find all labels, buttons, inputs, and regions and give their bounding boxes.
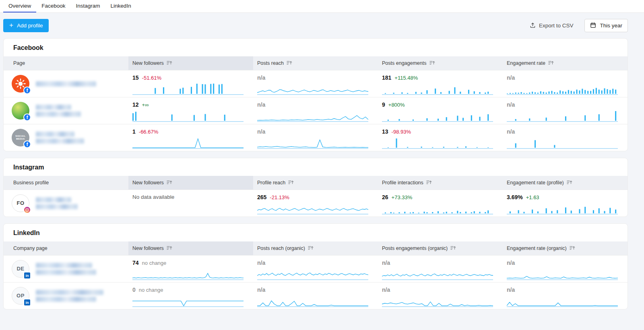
profile-cell: OP in xyxy=(4,283,128,309)
add-profile-button[interactable]: + Add profile xyxy=(3,19,49,32)
sort-icon xyxy=(567,180,572,186)
sparkline-chart xyxy=(257,295,368,307)
column-header-posts-reach[interactable]: Posts reach xyxy=(253,56,378,70)
tab-overview[interactable]: Overview xyxy=(3,0,36,12)
section-title: Facebook xyxy=(4,39,627,56)
profile-cell: f xyxy=(4,97,128,124)
profile-cell: f xyxy=(4,70,128,97)
metric-cell: n/a xyxy=(253,283,378,309)
column-header-posts-engagements-organic[interactable]: Posts engagements (organic) xyxy=(378,241,503,255)
network-badge-icon xyxy=(23,206,31,214)
profile-name-redacted xyxy=(36,132,84,144)
metric-value: 181 xyxy=(382,74,391,81)
metric-value: n/a xyxy=(507,260,515,266)
metric-cell: 265-21.13% xyxy=(253,190,378,217)
tab-label: Facebook xyxy=(41,3,65,9)
column-header-engagement-rate[interactable]: Engagement rate xyxy=(503,56,627,70)
column-header-new-followers[interactable]: New followers xyxy=(128,56,253,70)
sparkline-chart xyxy=(382,202,493,214)
sort-icon xyxy=(308,245,314,252)
tab-bar: Overview Facebook Instagram LinkedIn xyxy=(0,0,644,13)
profile-avatar: DE in xyxy=(12,260,29,278)
column-header-profile-reach[interactable]: Profile reach xyxy=(253,176,378,190)
column-header-new-followers[interactable]: New followers xyxy=(128,241,253,255)
profile-name-redacted xyxy=(36,290,103,302)
table-row[interactable]: f 12+∞ n/a 9+800% n/a xyxy=(4,97,627,124)
sort-icon xyxy=(548,60,554,66)
metric-value: n/a xyxy=(257,74,265,81)
table-row[interactable]: FO No data available 265-21.13% 26+73.33… xyxy=(4,190,627,217)
metric-cell: 15-51.61% xyxy=(128,70,253,97)
tab-label: Instagram xyxy=(76,3,100,9)
tab-facebook[interactable]: Facebook xyxy=(36,0,70,12)
profile-name-redacted xyxy=(36,263,96,275)
linkedin-section: LinkedIn Company page New followers Post… xyxy=(3,223,628,309)
sparkline-chart xyxy=(257,110,368,122)
sparkline-chart xyxy=(382,295,493,307)
sparkline-chart xyxy=(507,268,618,280)
metric-value: n/a xyxy=(257,128,265,135)
period-selector-button[interactable]: This year xyxy=(584,19,628,32)
metric-cell: n/a xyxy=(503,256,627,282)
column-header-engagement-rate-profile[interactable]: Engagement rate (profile) xyxy=(503,176,627,190)
metric-cell: n/a xyxy=(253,97,378,124)
table-row[interactable]: DE in 74no change n/a n/a n/a xyxy=(4,255,627,282)
column-header-posts-reach-organic[interactable]: Posts reach (organic) xyxy=(253,241,378,255)
sparkline-chart xyxy=(507,202,618,214)
section-title: Instagram xyxy=(4,158,627,176)
sort-icon xyxy=(167,245,172,252)
metric-delta: +73.33% xyxy=(392,194,413,200)
sort-icon xyxy=(287,60,292,66)
sort-icon xyxy=(167,60,172,66)
add-profile-label: Add profile xyxy=(17,23,43,29)
sort-icon xyxy=(288,180,294,186)
table-row[interactable]: OP in 0no change n/a n/a n/a xyxy=(4,282,627,309)
metric-delta: +115.48% xyxy=(394,75,418,81)
metric-cell: n/a xyxy=(378,283,503,309)
sparkline-chart xyxy=(257,83,368,95)
profile-name-redacted xyxy=(36,197,78,209)
section-title: LinkedIn xyxy=(4,224,627,241)
column-header-posts-engagements[interactable]: Posts engagements xyxy=(378,56,503,70)
network-badge-icon: in xyxy=(23,272,31,279)
metric-delta: -66.67% xyxy=(139,129,158,135)
toolbar: + Add profile Export to CSV This year xyxy=(3,19,628,32)
tab-linkedin[interactable]: LinkedIn xyxy=(105,0,136,12)
metric-value: No data available xyxy=(132,194,174,200)
column-header-new-followers[interactable]: New followers xyxy=(128,176,253,190)
table-row[interactable]: f 15-51.61% n/a 181+115.48% n/a xyxy=(4,70,627,97)
profile-name-redacted xyxy=(36,105,81,117)
metric-cell: n/a xyxy=(253,70,378,97)
profile-avatar: f xyxy=(12,75,29,93)
metric-cell: n/a xyxy=(503,70,627,97)
column-header-engagement-rate-organic[interactable]: Engagement rate (organic) xyxy=(503,241,627,255)
sparkline-chart xyxy=(257,202,368,214)
tab-instagram[interactable]: Instagram xyxy=(71,0,105,12)
tab-label: Overview xyxy=(8,3,31,9)
metric-value: 265 xyxy=(257,194,266,200)
column-header-profile-interactions[interactable]: Profile interactions xyxy=(378,176,503,190)
metric-value: n/a xyxy=(257,101,265,108)
sparkline-chart xyxy=(382,268,493,280)
metric-value: 1 xyxy=(132,128,136,135)
sort-icon xyxy=(426,180,432,186)
metric-delta: no change xyxy=(142,260,167,266)
profile-avatar: FO xyxy=(12,194,29,212)
profile-cell: FO xyxy=(4,190,128,217)
sparkline-chart xyxy=(257,137,368,149)
metric-value: 26 xyxy=(382,194,388,200)
export-csv-label: Export to CSV xyxy=(539,23,574,29)
metric-delta: +800% xyxy=(388,102,405,108)
export-csv-button[interactable]: Export to CSV xyxy=(527,22,576,30)
sparkline-chart xyxy=(382,137,493,149)
sort-icon xyxy=(167,180,172,186)
sparkline-chart xyxy=(382,83,493,95)
metric-delta: no change xyxy=(139,287,163,293)
table-row[interactable]: SOCIAL MEDIA f 1-66.67% n/a 13-98.93% n/… xyxy=(4,124,627,151)
sort-icon xyxy=(450,245,456,252)
sort-icon xyxy=(429,60,435,66)
plus-icon: + xyxy=(9,22,13,29)
metric-cell: 26+73.33% xyxy=(378,190,503,217)
sparkline-chart xyxy=(507,110,618,122)
metric-delta: -98.93% xyxy=(392,129,411,135)
